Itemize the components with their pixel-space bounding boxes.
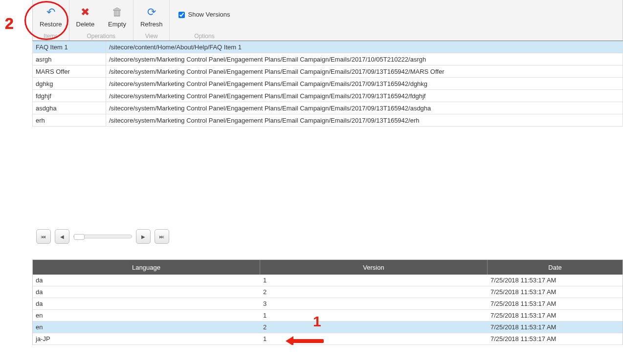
version-language-cell: da xyxy=(33,300,260,307)
version-language-cell: da xyxy=(33,288,260,296)
empty-icon: 🗑 xyxy=(112,7,123,18)
versions-row[interactable]: ja-JP17/25/2018 11:53:17 AM xyxy=(33,333,623,345)
toolbar-group-label: Items xyxy=(33,33,69,40)
versions-row[interactable]: en17/25/2018 11:53:17 AM xyxy=(33,310,623,321)
versions-header-language[interactable]: Language xyxy=(33,260,260,275)
versions-row[interactable]: da27/25/2018 11:53:17 AM xyxy=(33,286,623,298)
version-date-cell: 7/25/2018 11:53:17 AM xyxy=(488,277,623,284)
versions-header-version[interactable]: Version xyxy=(260,260,488,275)
version-number-cell: 2 xyxy=(260,323,488,331)
version-date-cell: 7/25/2018 11:53:17 AM xyxy=(488,323,623,331)
toolbar-btn-label: Restore xyxy=(40,21,62,28)
pager-slider[interactable] xyxy=(73,235,132,238)
pager-first-button[interactable]: ⏮ xyxy=(36,229,51,244)
item-name-cell: asdgha xyxy=(33,102,106,114)
app-root: 2 1 ↶RestoreItems✖Delete🗑EmptyOperations… xyxy=(0,0,623,345)
refresh-icon: ⟳ xyxy=(147,7,156,18)
show-versions-checkbox[interactable] xyxy=(178,12,185,18)
item-name-cell: asrgh xyxy=(33,53,106,65)
table-row[interactable]: MARS Offer/sitecore/system/Marketing Con… xyxy=(33,65,623,78)
toolbar-group-label: Options xyxy=(170,33,239,40)
version-number-cell: 1 xyxy=(260,312,488,319)
item-path-cell: /sitecore/system/Marketing Control Panel… xyxy=(106,102,623,114)
pager-next-button[interactable]: ▶ xyxy=(136,229,151,244)
item-path-cell: /sitecore/system/Marketing Control Panel… xyxy=(106,65,623,77)
pager: ⏮ ◀ ▶ ⏭ xyxy=(36,229,623,244)
toolbar-group-options: Show VersionsOptions xyxy=(170,0,239,41)
table-row[interactable]: asdgha/sitecore/system/Marketing Control… xyxy=(33,102,623,114)
annotation-step-1: 1 xyxy=(313,313,321,330)
delete-icon: ✖ xyxy=(81,7,89,18)
version-number-cell: 2 xyxy=(260,288,488,296)
versions-row[interactable]: en27/25/2018 11:53:17 AM xyxy=(33,321,623,333)
annotation-arrow xyxy=(286,336,325,345)
version-date-cell: 7/25/2018 11:53:17 AM xyxy=(488,335,623,343)
toolbar-btn-label: Empty xyxy=(108,21,126,28)
version-number-cell: 3 xyxy=(260,300,488,307)
toolbar-group-label: Operations xyxy=(69,33,133,40)
version-language-cell: en xyxy=(33,323,260,331)
items-table: FAQ Item 1/sitecore/content/Home/About/H… xyxy=(32,41,623,127)
version-language-cell: da xyxy=(33,277,260,284)
version-number-cell: 1 xyxy=(260,277,488,284)
toolbar-btn-label: Refresh xyxy=(140,21,163,28)
item-path-cell: /sitecore/system/Marketing Control Panel… xyxy=(106,114,623,126)
refresh-button[interactable]: ⟳Refresh xyxy=(134,0,170,30)
empty-button[interactable]: 🗑Empty xyxy=(101,0,133,30)
item-path-cell: /sitecore/system/Marketing Control Panel… xyxy=(106,78,623,89)
pager-prev-button[interactable]: ◀ xyxy=(55,229,69,244)
table-row[interactable]: fdghjf/sitecore/system/Marketing Control… xyxy=(33,90,623,102)
toolbar-group-label: View xyxy=(134,33,170,40)
table-row[interactable]: asrgh/sitecore/system/Marketing Control … xyxy=(33,53,623,65)
item-name-cell: MARS Offer xyxy=(33,65,106,77)
restore-button[interactable]: ↶Restore xyxy=(33,0,69,30)
version-date-cell: 7/25/2018 11:53:17 AM xyxy=(488,288,623,296)
annotation-step-2: 2 xyxy=(5,15,14,33)
item-name-cell: FAQ Item 1 xyxy=(33,41,106,53)
item-path-cell: /sitecore/content/Home/About/Help/FAQ It… xyxy=(106,41,623,53)
restore-icon: ↶ xyxy=(46,7,55,18)
version-date-cell: 7/25/2018 11:53:17 AM xyxy=(488,300,623,307)
toolbar-group: ↶RestoreItems xyxy=(33,0,69,41)
version-language-cell: ja-JP xyxy=(33,335,260,343)
pager-last-button[interactable]: ⏭ xyxy=(155,229,169,244)
item-path-cell: /sitecore/system/Marketing Control Panel… xyxy=(106,53,623,65)
toolbar-group: ⟳RefreshView xyxy=(134,0,170,41)
toolbar-btn-label: Delete xyxy=(76,21,95,28)
toolbar: ↶RestoreItems✖Delete🗑EmptyOperations⟳Ref… xyxy=(32,0,623,41)
show-versions-label: Show Versions xyxy=(188,11,230,18)
version-date-cell: 7/25/2018 11:53:17 AM xyxy=(488,312,623,319)
table-row[interactable]: FAQ Item 1/sitecore/content/Home/About/H… xyxy=(33,41,623,53)
versions-header: Language Version Date xyxy=(33,260,623,275)
item-name-cell: fdghjf xyxy=(33,90,106,102)
versions-row[interactable]: da17/25/2018 11:53:17 AM xyxy=(33,275,623,286)
delete-button[interactable]: ✖Delete xyxy=(69,0,102,30)
toolbar-group: ✖Delete🗑EmptyOperations xyxy=(69,0,134,41)
table-row[interactable]: dghkg/sitecore/system/Marketing Control … xyxy=(33,78,623,90)
item-name-cell: dghkg xyxy=(33,78,106,89)
item-name-cell: erh xyxy=(33,114,106,126)
versions-table: Language Version Date da17/25/2018 11:53… xyxy=(32,259,623,345)
versions-header-date[interactable]: Date xyxy=(488,260,623,275)
item-path-cell: /sitecore/system/Marketing Control Panel… xyxy=(106,90,623,102)
versions-row[interactable]: da37/25/2018 11:53:17 AM xyxy=(33,298,623,310)
table-row[interactable]: erh/sitecore/system/Marketing Control Pa… xyxy=(33,114,623,127)
version-language-cell: en xyxy=(33,312,260,319)
